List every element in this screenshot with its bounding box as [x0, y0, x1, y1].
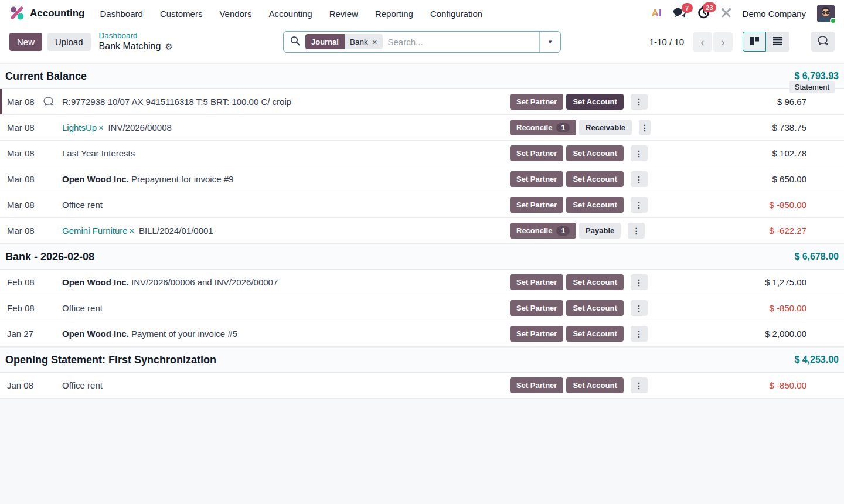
partner-tag-link[interactable]: Gemini Furniture — [62, 226, 128, 236]
line-amount: $ -850.00 — [651, 303, 844, 313]
line-amount: $ 2,000.00 — [651, 329, 844, 339]
kebab-menu-button[interactable]: ⋮ — [631, 326, 648, 342]
kebab-menu-button[interactable]: ⋮ — [631, 94, 648, 110]
line-partner: Open Wood Inc. — [62, 329, 129, 339]
statement-group-header: Bank - 2026-02-08 $ 6,678.00 — [0, 244, 844, 270]
online-status-dot — [830, 18, 836, 24]
kanban-view-button[interactable] — [743, 32, 766, 52]
page-title: Bank Matching — [99, 40, 161, 52]
set-partner-button[interactable]: Set Partner — [510, 171, 563, 187]
menu-customers[interactable]: Customers — [160, 9, 203, 19]
pager-previous-button[interactable]: ‹ — [693, 32, 712, 52]
statement-line-row[interactable]: Feb 08 Open Wood Inc. INV/2026/00006 and… — [0, 270, 844, 295]
menu-configuration[interactable]: Configuration — [430, 9, 482, 19]
line-amount: $ 102.78 — [651, 148, 844, 158]
statement-title: Bank - 2026-02-08 — [5, 251, 94, 263]
kebab-menu-button[interactable]: ⋮ — [631, 300, 648, 316]
statement-group-header: Current Balance $ 6,793.93 — [0, 63, 844, 89]
payable-button[interactable]: Payable — [579, 223, 621, 239]
statement-title: Current Balance — [5, 70, 87, 83]
breadcrumb-dashboard-link[interactable]: Dashboard — [99, 31, 173, 41]
set-account-button[interactable]: Set Account — [566, 274, 623, 290]
facet-remove-icon[interactable]: × — [372, 38, 377, 46]
statement-line-row[interactable]: Mar 08 Office rent Set Partner Set Accou… — [0, 192, 844, 218]
menu-reporting[interactable]: Reporting — [375, 9, 413, 19]
search-options-toggle[interactable]: ▾ — [539, 32, 560, 52]
kebab-menu-button[interactable]: ⋮ — [631, 197, 648, 213]
search-bar[interactable]: Journal Bank × ▾ — [283, 31, 561, 53]
messages-button[interactable]: 7 — [673, 7, 686, 20]
view-switcher — [743, 32, 789, 52]
menu-accounting[interactable]: Accounting — [268, 9, 312, 19]
gear-icon[interactable]: ⚙ — [165, 42, 172, 51]
statement-line-row[interactable]: Mar 08 LightsUp×INV/2026/00008 Reconcile… — [0, 115, 844, 141]
set-account-button[interactable]: Set Account — [566, 197, 623, 213]
set-account-button[interactable]: Set Account — [566, 326, 623, 342]
main-menu: Dashboard Customers Vendors Accounting R… — [100, 9, 483, 19]
search-input[interactable] — [388, 37, 539, 47]
statement-line-row[interactable]: Mar 08 Open Wood Inc. Prepayment for inv… — [0, 166, 844, 192]
chatter-toggle-button[interactable] — [811, 32, 835, 52]
reconcile-button[interactable]: Reconcile1 — [510, 120, 576, 135]
set-account-button[interactable]: Set Account — [566, 94, 623, 110]
statement-line-row[interactable]: Mar 08 Last Year Interests Set Partner S… — [0, 141, 844, 166]
kebab-menu-button[interactable]: ⋮ — [631, 145, 648, 161]
set-partner-button[interactable]: Set Partner — [510, 94, 563, 110]
upload-button[interactable]: Upload — [47, 33, 91, 51]
pager-next-button[interactable]: › — [713, 32, 733, 52]
new-button[interactable]: New — [9, 33, 42, 51]
line-date: Feb 08 — [0, 277, 62, 287]
remove-partner-icon[interactable]: × — [98, 123, 103, 132]
ai-button[interactable]: AI — [652, 8, 662, 19]
statement-line-row[interactable]: Mar 08 R:9772938 10/07 AX 9415116318 T:5… — [0, 89, 844, 115]
kebab-menu-button[interactable]: ⋮ — [631, 274, 648, 290]
kebab-menu-button[interactable]: ⋮ — [639, 120, 651, 135]
statement-line-row[interactable]: Feb 08 Office rent Set Partner Set Accou… — [0, 295, 844, 321]
set-partner-button[interactable]: Set Partner — [510, 274, 563, 290]
line-amount: $ 738.75 — [651, 122, 844, 132]
set-partner-button[interactable]: Set Partner — [510, 197, 563, 213]
set-partner-button[interactable]: Set Partner — [510, 326, 563, 342]
line-label: Office rent — [62, 200, 103, 210]
line-amount: $ 650.00 — [651, 174, 844, 184]
kebab-menu-button[interactable]: ⋮ — [631, 377, 648, 393]
ai-icon: AI — [652, 8, 662, 19]
set-account-button[interactable]: Set Account — [566, 171, 623, 187]
set-account-button[interactable]: Set Account — [566, 145, 623, 161]
menu-dashboard[interactable]: Dashboard — [100, 9, 143, 19]
line-memo: Prepayment for invoice #9 — [131, 174, 233, 184]
debug-tools-button[interactable] — [721, 8, 731, 20]
statement-group-opening: Opening Statement: First Synchronization… — [0, 347, 844, 399]
top-navbar: Accounting Dashboard Customers Vendors A… — [0, 0, 844, 27]
set-partner-button[interactable]: Set Partner — [510, 377, 563, 393]
set-partner-button[interactable]: Set Partner — [510, 145, 563, 161]
kebab-icon: ⋮ — [635, 200, 643, 210]
statement-line-row[interactable]: Jan 08 Office rent Set Partner Set Accou… — [0, 373, 844, 399]
app-name: Accounting — [30, 8, 85, 19]
statement-line-row[interactable]: Jan 27 Open Wood Inc. Payment of your in… — [0, 321, 844, 347]
menu-review[interactable]: Review — [329, 9, 358, 19]
line-date: Mar 08 — [0, 148, 62, 158]
app-brand[interactable]: Accounting — [9, 5, 85, 22]
company-switcher[interactable]: Demo Company — [743, 9, 806, 19]
line-chatter-icon[interactable] — [43, 97, 55, 108]
receivable-button[interactable]: Receivable — [579, 120, 632, 135]
list-view-icon — [773, 37, 782, 47]
list-view-button[interactable] — [766, 32, 789, 52]
set-account-button[interactable]: Set Account — [566, 300, 623, 316]
kebab-menu-button[interactable]: ⋮ — [628, 223, 645, 239]
statement-line-row[interactable]: Mar 08 Gemini Furniture×BILL/2024/01/000… — [0, 218, 844, 244]
reconcile-button[interactable]: Reconcile1 — [510, 223, 576, 239]
remove-partner-icon[interactable]: × — [130, 226, 134, 236]
set-account-button[interactable]: Set Account — [566, 377, 623, 393]
content-spacer — [0, 56, 844, 63]
menu-vendors[interactable]: Vendors — [219, 9, 251, 19]
activities-button[interactable]: 23 — [697, 6, 710, 21]
kebab-menu-button[interactable]: ⋮ — [631, 171, 648, 187]
partner-tag-link[interactable]: LightsUp — [62, 122, 97, 132]
user-menu-button[interactable] — [817, 5, 835, 22]
set-partner-button[interactable]: Set Partner — [510, 300, 563, 316]
kanban-view-icon — [750, 37, 759, 47]
kebab-icon: ⋮ — [641, 123, 649, 132]
kebab-icon: ⋮ — [635, 175, 643, 184]
